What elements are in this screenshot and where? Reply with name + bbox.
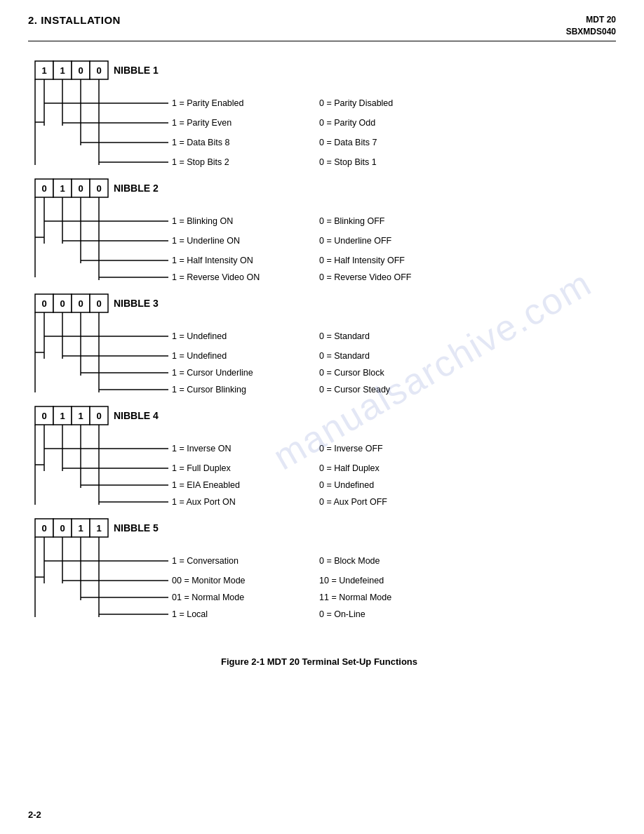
svg-text:0: 0 <box>96 183 101 194</box>
svg-text:0: 0 <box>60 523 65 534</box>
svg-text:0 = Parity Odd: 0 = Parity Odd <box>319 118 375 128</box>
svg-text:0: 0 <box>41 523 46 534</box>
svg-text:0 = Data Bits 7: 0 = Data Bits 7 <box>319 138 377 147</box>
doc-title: MDT 20 <box>566 14 616 26</box>
doc-number: SBXMDS040 <box>566 26 616 38</box>
svg-text:1: 1 <box>41 65 46 76</box>
svg-text:01 = Normal Mode: 01 = Normal Mode <box>172 593 244 602</box>
svg-text:0: 0 <box>41 298 46 309</box>
svg-text:0: 0 <box>78 183 83 194</box>
svg-text:1 = Underline ON: 1 = Underline ON <box>172 236 240 246</box>
svg-text:1: 1 <box>96 523 101 534</box>
svg-text:1: 1 <box>60 411 65 421</box>
svg-text:11 = Normal Mode: 11 = Normal Mode <box>319 593 391 602</box>
svg-text:0 = Cursor Block: 0 = Cursor Block <box>319 368 384 378</box>
svg-text:NIBBLE 4: NIBBLE 4 <box>114 410 159 421</box>
svg-text:0 = Standard: 0 = Standard <box>319 351 370 361</box>
svg-text:0: 0 <box>41 183 46 194</box>
svg-text:1: 1 <box>78 523 83 534</box>
svg-text:1 = Reverse Video ON: 1 = Reverse Video ON <box>172 272 260 282</box>
svg-text:1 = Aux Port ON: 1 = Aux Port ON <box>172 497 236 507</box>
svg-text:1: 1 <box>60 183 65 194</box>
svg-text:1 = Stop Bits 2: 1 = Stop Bits 2 <box>172 157 229 167</box>
svg-text:0 = Undefined: 0 = Undefined <box>319 480 374 490</box>
svg-text:1 = EIA Eneabled: 1 = EIA Eneabled <box>172 480 240 490</box>
svg-text:1 = Cursor Blinking: 1 = Cursor Blinking <box>172 385 246 395</box>
svg-text:0 = Stop Bits 1: 0 = Stop Bits 1 <box>319 157 377 167</box>
svg-text:1 = Undefined: 1 = Undefined <box>172 351 227 361</box>
svg-text:1 = Parity Even: 1 = Parity Even <box>172 118 232 128</box>
svg-text:NIBBLE 5: NIBBLE 5 <box>114 522 159 534</box>
svg-text:1 = Inverse ON: 1 = Inverse ON <box>172 444 231 454</box>
svg-text:1: 1 <box>78 411 83 421</box>
svg-text:0: 0 <box>78 298 83 309</box>
svg-text:0: 0 <box>60 298 65 309</box>
svg-text:0 = Parity Disabled: 0 = Parity Disabled <box>319 98 393 108</box>
svg-text:0 = On-Line: 0 = On-Line <box>319 609 365 619</box>
svg-text:1 = Full Duplex: 1 = Full Duplex <box>172 463 231 473</box>
diagram-svg: text { font-family: Arial, Helvetica, sa… <box>28 54 610 784</box>
svg-text:1 = Conversation: 1 = Conversation <box>172 556 239 566</box>
svg-text:0 = Standard: 0 = Standard <box>319 331 370 341</box>
svg-text:0 = Inverse OFF: 0 = Inverse OFF <box>319 444 383 454</box>
svg-text:0 = Reverse Video OFF: 0 = Reverse Video OFF <box>319 272 412 282</box>
svg-text:00 = Monitor Mode: 00 = Monitor Mode <box>172 576 246 585</box>
svg-text:0: 0 <box>96 65 101 76</box>
svg-text:1 = Parity Enabled: 1 = Parity Enabled <box>172 98 244 108</box>
svg-text:0 = Block Mode: 0 = Block Mode <box>319 556 380 566</box>
svg-text:NIBBLE 3: NIBBLE 3 <box>114 298 159 309</box>
svg-text:0: 0 <box>96 411 101 421</box>
svg-text:0 = Cursor Steady: 0 = Cursor Steady <box>319 385 391 395</box>
svg-text:1 = Local: 1 = Local <box>172 609 208 619</box>
header-divider <box>28 41 616 41</box>
svg-text:0 = Half Duplex: 0 = Half Duplex <box>319 463 380 473</box>
svg-text:NIBBLE 2: NIBBLE 2 <box>114 183 159 194</box>
svg-text:1 = Undefined: 1 = Undefined <box>172 331 227 341</box>
svg-text:1 = Data Bits 8: 1 = Data Bits 8 <box>172 138 229 147</box>
section-title: 2. INSTALLATION <box>28 14 121 26</box>
svg-text:1 = Blinking ON: 1 = Blinking ON <box>172 216 233 226</box>
svg-text:0 = Half Intensity OFF: 0 = Half Intensity OFF <box>319 256 405 265</box>
svg-text:0 = Blinking OFF: 0 = Blinking OFF <box>319 216 385 226</box>
svg-text:1 = Cursor Underline: 1 = Cursor Underline <box>172 368 253 378</box>
page-header: 2. INSTALLATION MDT 20 SBXMDS040 <box>28 14 616 38</box>
svg-text:10 = Undefeined: 10 = Undefeined <box>319 576 384 585</box>
svg-text:0 = Aux Port OFF: 0 = Aux Port OFF <box>319 497 387 507</box>
page-number: 2-2 <box>28 809 41 820</box>
doc-info: MDT 20 SBXMDS040 <box>566 14 616 38</box>
svg-text:0: 0 <box>41 411 46 421</box>
svg-text:NIBBLE 1: NIBBLE 1 <box>114 65 159 76</box>
svg-text:0 = Underline OFF: 0 = Underline OFF <box>319 236 392 246</box>
svg-text:1: 1 <box>60 65 65 76</box>
svg-text:0: 0 <box>78 65 83 76</box>
svg-text:Figure 2-1  MDT 20 Terminal Se: Figure 2-1 MDT 20 Terminal Set-Up Functi… <box>221 656 417 667</box>
svg-text:1 = Half Intensity ON: 1 = Half Intensity ON <box>172 256 253 265</box>
svg-text:0: 0 <box>96 298 101 309</box>
